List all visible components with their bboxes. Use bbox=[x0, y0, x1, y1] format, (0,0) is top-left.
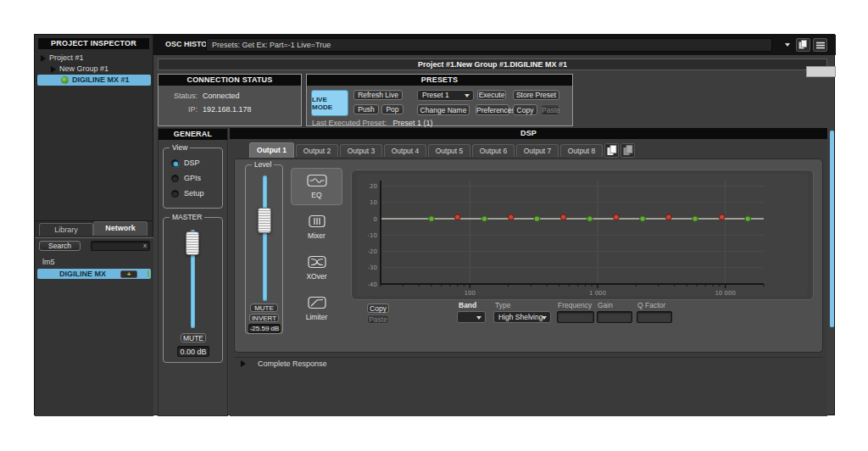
device-browser-body: Search x lm5DIGILINE MX+ bbox=[35, 237, 153, 416]
search-button[interactable]: Search bbox=[39, 241, 81, 251]
vertical-scrollbar-thumb[interactable] bbox=[830, 131, 834, 327]
pop-button[interactable]: Pop bbox=[381, 104, 403, 114]
level-invert-button[interactable]: INVERT bbox=[249, 314, 279, 322]
band-select[interactable] bbox=[457, 311, 486, 323]
device-item-lm5[interactable]: lm5 bbox=[37, 257, 151, 267]
view-option-dsp[interactable]: DSP bbox=[171, 159, 200, 167]
tab-output-2[interactable]: Output 2 bbox=[296, 144, 338, 157]
eq-band-handle-green[interactable] bbox=[587, 216, 593, 221]
tree-item-new-group-1[interactable]: New Group #1 bbox=[37, 64, 151, 75]
search-input[interactable]: x bbox=[91, 241, 150, 251]
paste-eq-button[interactable]: Paste bbox=[367, 315, 389, 324]
master-group-label: MASTER bbox=[170, 214, 204, 221]
eq-icon bbox=[307, 174, 327, 189]
push-button[interactable]: Push bbox=[353, 104, 379, 114]
view-groupbox: View DSPGPIsSetup bbox=[163, 148, 223, 209]
caret-right-icon bbox=[51, 66, 56, 73]
osc-history-bar: OSC HISTORY Presets: Get Ex: Part=-1 Liv… bbox=[153, 35, 836, 55]
change-name-button[interactable]: Change Name bbox=[417, 104, 470, 115]
level-groupbox: Level MUTE INVERT -25.59 dB bbox=[245, 164, 283, 334]
dsp-section-eq[interactable]: EQ bbox=[291, 168, 342, 205]
clear-search-icon[interactable]: x bbox=[143, 242, 147, 250]
tab-output-6[interactable]: Output 6 bbox=[472, 144, 515, 157]
level-mute-button[interactable]: MUTE bbox=[250, 303, 278, 312]
paste-preset-button[interactable]: Paste bbox=[541, 104, 559, 115]
chevron-down-icon[interactable] bbox=[785, 43, 790, 47]
tab-output-1[interactable]: Output 1 bbox=[249, 142, 294, 158]
tab-output-3[interactable]: Output 3 bbox=[340, 144, 382, 157]
svg-text:-20: -20 bbox=[368, 248, 377, 255]
level-fader-handle[interactable] bbox=[258, 208, 271, 233]
svg-text:-40: -40 bbox=[368, 281, 377, 288]
corner-notch bbox=[806, 66, 836, 77]
refresh-live-button[interactable]: Refresh Live bbox=[353, 90, 403, 100]
tab-network[interactable]: Network bbox=[93, 221, 147, 236]
level-fader-track[interactable] bbox=[263, 175, 267, 301]
eq-band-handle-green[interactable] bbox=[481, 216, 487, 221]
eq-band-handle-red[interactable] bbox=[509, 214, 514, 220]
master-fader-handle[interactable] bbox=[186, 231, 199, 255]
tab-output-8[interactable]: Output 8 bbox=[560, 144, 603, 157]
dsp-section-xover[interactable]: XOver bbox=[291, 249, 342, 287]
tree-item-label: New Group #1 bbox=[59, 64, 108, 75]
preset-select-value: Preset 1 bbox=[422, 91, 449, 99]
level-value: -25.59 dB bbox=[248, 324, 281, 333]
gain-input[interactable] bbox=[597, 311, 632, 323]
execute-button[interactable]: Execute bbox=[477, 90, 506, 100]
ip-value: 192.168.1.178 bbox=[203, 105, 252, 114]
eq-graph-panel[interactable]: 20100-10-20-30-401001 00010 000 bbox=[351, 170, 814, 300]
device-item-digiline-mx[interactable]: DIGILINE MX+ bbox=[37, 269, 151, 279]
tab-output-5[interactable]: Output 5 bbox=[428, 144, 470, 157]
tree-item-label: Project #1 bbox=[49, 53, 84, 64]
menu-icon[interactable] bbox=[813, 38, 827, 52]
eq-band-handle-red[interactable] bbox=[560, 214, 565, 220]
type-select[interactable]: High Shelving bbox=[493, 311, 551, 323]
complete-response-bar[interactable]: Complete Response bbox=[234, 357, 823, 370]
svg-text:10 000: 10 000 bbox=[715, 290, 736, 297]
eq-band-handle-green[interactable] bbox=[640, 216, 645, 221]
tree-item-digiline-mx-1[interactable]: DIGILINE MX #1 bbox=[37, 75, 151, 86]
frequency-input[interactable] bbox=[557, 311, 594, 323]
preset-select[interactable]: Preset 1 bbox=[417, 90, 474, 101]
live-mode-button[interactable]: LIVE MODE bbox=[311, 90, 348, 116]
q-factor-input[interactable] bbox=[637, 311, 672, 323]
store-preset-button[interactable]: Store Preset bbox=[513, 90, 559, 100]
view-group-label: View bbox=[170, 144, 190, 152]
copy-pages-icon[interactable] bbox=[796, 38, 810, 52]
eq-band-handle-green[interactable] bbox=[745, 216, 750, 221]
add-device-button[interactable]: + bbox=[120, 270, 137, 278]
dsp-section-mixer[interactable]: Mixer bbox=[291, 209, 342, 246]
general-panel: GENERAL View DSPGPIsSetup MASTER MUTE 0.… bbox=[158, 128, 228, 416]
eq-band-handle-green[interactable] bbox=[534, 216, 539, 221]
eq-band-handle-green[interactable] bbox=[693, 216, 698, 221]
paste-channel-icon[interactable] bbox=[620, 143, 635, 158]
view-option-gpis[interactable]: GPIs bbox=[171, 174, 201, 182]
eq-band-handle-red[interactable] bbox=[614, 214, 619, 220]
eq-band-handle-red[interactable] bbox=[666, 214, 671, 220]
tab-output-7[interactable]: Output 7 bbox=[516, 144, 559, 157]
copy-eq-button[interactable]: Copy bbox=[367, 303, 389, 313]
preferences-button[interactable]: Preferences bbox=[476, 104, 509, 115]
complete-response-label: Complete Response bbox=[258, 359, 327, 368]
master-level-value: 0.00 dB bbox=[177, 346, 209, 357]
general-header: GENERAL bbox=[159, 129, 227, 140]
tab-library[interactable]: Library bbox=[39, 223, 93, 236]
eq-band-handle-red[interactable] bbox=[719, 214, 724, 220]
dsp-section-limiter[interactable]: Limiter bbox=[291, 290, 342, 327]
eq-band-handle-red[interactable] bbox=[455, 214, 460, 220]
copy-preset-button[interactable]: Copy bbox=[513, 104, 537, 115]
device-browser: LibraryNetwork Search x lm5DIGILINE MX+ bbox=[35, 220, 153, 416]
chevron-down-icon bbox=[476, 316, 481, 320]
sidebar: PROJECT INSPECTOR Project #1New Group #1… bbox=[35, 35, 153, 416]
svg-text:10: 10 bbox=[370, 199, 377, 206]
tree-item-project-1[interactable]: Project #1 bbox=[37, 53, 151, 64]
tab-output-4[interactable]: Output 4 bbox=[384, 144, 426, 157]
copy-channel-icon[interactable] bbox=[604, 143, 619, 158]
level-group-label: Level bbox=[252, 161, 274, 169]
dsp-header: DSP bbox=[230, 128, 827, 139]
radio-icon bbox=[171, 159, 179, 167]
eq-band-handle-green[interactable] bbox=[429, 216, 434, 221]
view-option-setup[interactable]: Setup bbox=[171, 189, 204, 198]
svg-text:1 000: 1 000 bbox=[589, 290, 606, 297]
master-mute-button[interactable]: MUTE bbox=[181, 333, 206, 342]
